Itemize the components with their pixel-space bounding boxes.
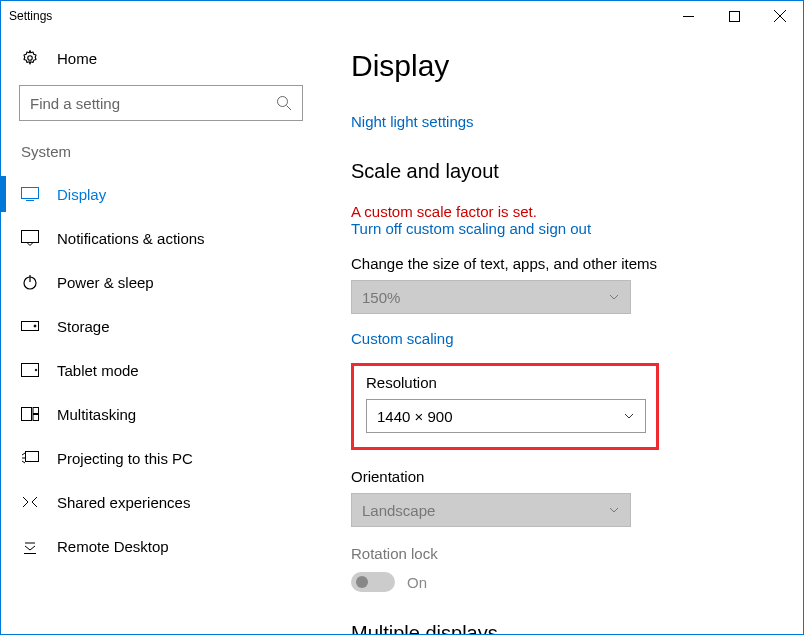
display-icon (21, 185, 39, 203)
multitasking-icon (21, 405, 39, 423)
sidebar-item-storage[interactable]: Storage (1, 304, 321, 348)
titlebar-buttons (665, 1, 803, 31)
sidebar: Home System Display (1, 31, 321, 634)
svg-point-13 (34, 325, 36, 327)
size-dropdown: 150% (351, 280, 631, 314)
sidebar-item-label: Notifications & actions (57, 230, 205, 247)
sidebar-item-label: Projecting to this PC (57, 450, 193, 467)
scale-warning: A custom scale factor is set. (351, 203, 773, 220)
rotation-lock-value: On (407, 574, 427, 591)
sidebar-item-label: Shared experiences (57, 494, 190, 511)
tablet-icon (21, 361, 39, 379)
minimize-button[interactable] (665, 1, 711, 31)
nav-list: Display Notifications & actions Power & … (1, 172, 321, 568)
remote-icon (21, 537, 39, 555)
minimize-icon (683, 11, 694, 22)
home-button[interactable]: Home (1, 39, 321, 77)
search-icon (276, 95, 292, 111)
resolution-label: Resolution (366, 374, 642, 391)
svg-rect-16 (22, 408, 32, 421)
maximize-icon (729, 11, 740, 22)
sidebar-item-power[interactable]: Power & sleep (1, 260, 321, 304)
size-label: Change the size of text, apps, and other… (351, 255, 773, 272)
svg-rect-19 (26, 452, 39, 462)
close-icon (774, 10, 786, 22)
toggle-knob (356, 576, 368, 588)
scale-section-title: Scale and layout (351, 160, 773, 183)
sidebar-item-label: Power & sleep (57, 274, 154, 291)
close-button[interactable] (757, 1, 803, 31)
rotation-lock-toggle-row: On (351, 572, 773, 592)
content-area: Home System Display (1, 31, 803, 634)
sidebar-item-label: Tablet mode (57, 362, 139, 379)
svg-rect-18 (33, 415, 39, 421)
storage-icon (21, 317, 39, 335)
category-label: System (1, 139, 321, 172)
resolution-dropdown[interactable]: 1440 × 900 (366, 399, 646, 433)
projecting-icon (21, 449, 39, 467)
night-light-link[interactable]: Night light settings (351, 113, 773, 130)
sidebar-item-tablet[interactable]: Tablet mode (1, 348, 321, 392)
maximize-button[interactable] (711, 1, 757, 31)
rotation-lock-toggle (351, 572, 395, 592)
sidebar-item-label: Multitasking (57, 406, 136, 423)
resolution-highlight: Resolution 1440 × 900 (351, 363, 659, 450)
search-wrap (1, 77, 321, 139)
search-input[interactable] (30, 95, 276, 112)
sidebar-item-label: Remote Desktop (57, 538, 169, 555)
sidebar-item-label: Display (57, 186, 106, 203)
power-icon (21, 273, 39, 291)
svg-rect-9 (22, 231, 39, 243)
svg-rect-17 (33, 408, 39, 414)
orientation-value: Landscape (362, 502, 435, 519)
svg-rect-1 (729, 11, 739, 21)
home-label: Home (57, 50, 97, 67)
sidebar-item-multitasking[interactable]: Multitasking (1, 392, 321, 436)
svg-line-6 (287, 106, 292, 111)
sidebar-item-label: Storage (57, 318, 110, 335)
rotation-lock-label: Rotation lock (351, 545, 773, 562)
search-box (19, 85, 303, 121)
shared-icon (21, 493, 39, 511)
settings-window: Settings Home (0, 0, 804, 635)
sidebar-item-remote[interactable]: Remote Desktop (1, 524, 321, 568)
titlebar: Settings (1, 1, 803, 31)
window-title: Settings (9, 9, 52, 23)
page-title: Display (351, 49, 773, 83)
size-value: 150% (362, 289, 400, 306)
chevron-down-icon (608, 291, 620, 303)
sidebar-item-notifications[interactable]: Notifications & actions (1, 216, 321, 260)
chevron-down-icon (623, 410, 635, 422)
sidebar-item-projecting[interactable]: Projecting to this PC (1, 436, 321, 480)
resolution-value: 1440 × 900 (377, 408, 453, 425)
svg-point-5 (278, 97, 288, 107)
orientation-label: Orientation (351, 468, 773, 485)
multiple-displays-title: Multiple displays (351, 622, 773, 634)
sidebar-item-display[interactable]: Display (1, 172, 321, 216)
svg-rect-7 (22, 188, 39, 199)
svg-point-15 (35, 369, 37, 371)
svg-point-4 (28, 56, 33, 61)
gear-icon (21, 49, 39, 67)
main-panel: Display Night light settings Scale and l… (321, 31, 803, 634)
chevron-down-icon (608, 504, 620, 516)
sidebar-item-shared[interactable]: Shared experiences (1, 480, 321, 524)
custom-scaling-link[interactable]: Custom scaling (351, 330, 773, 347)
turn-off-scaling-link[interactable]: Turn off custom scaling and sign out (351, 220, 773, 237)
notifications-icon (21, 229, 39, 247)
orientation-dropdown: Landscape (351, 493, 631, 527)
